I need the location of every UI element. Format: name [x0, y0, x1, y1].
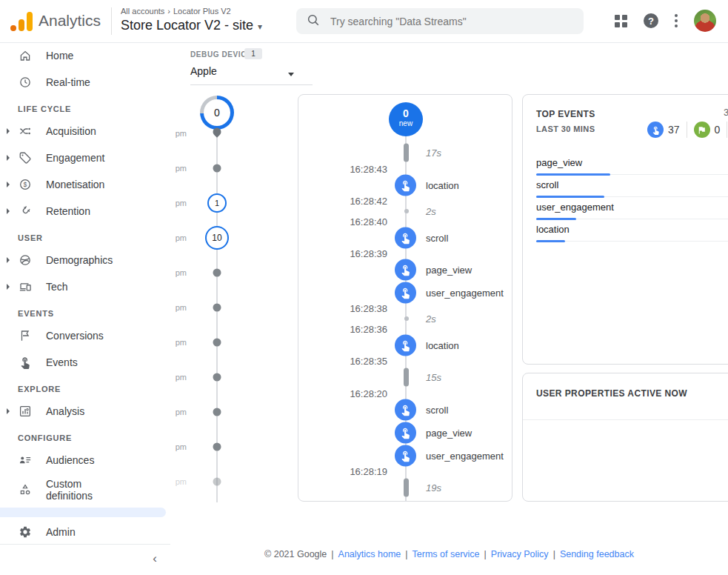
minute-label: pm [169, 303, 187, 312]
sidebar-item-conversions[interactable]: Conversions [0, 322, 170, 349]
debug-device-select[interactable]: Apple [190, 65, 313, 85]
minute-label: pm [169, 233, 187, 242]
minute-row: pm [169, 359, 265, 394]
stream-head-circle[interactable]: 0 new [389, 102, 423, 136]
sidebar-item-debugview-selected[interactable] [0, 508, 166, 517]
page-footer: © 2021 Google|Analytics home|Terms of se… [170, 549, 728, 559]
sidebar-section-user: USER [0, 225, 170, 247]
expand-arrow-icon[interactable] [7, 257, 10, 263]
top-event-row-page-view[interactable]: page_view [536, 153, 728, 175]
panel-divider [523, 419, 728, 420]
top-event-row-location[interactable]: location [536, 219, 728, 242]
sidebar-item-demographics[interactable]: Demographics [0, 247, 170, 273]
minute-count-circle[interactable]: 10 [205, 226, 229, 250]
expand-arrow-icon[interactable] [7, 208, 10, 214]
footer-link-analytics-home[interactable]: Analytics home [338, 549, 401, 559]
avatar[interactable] [694, 10, 716, 32]
stream-event-row[interactable]: location [298, 173, 512, 196]
expand-arrow-icon[interactable] [7, 284, 10, 290]
breadcrumb-part[interactable]: All accounts [121, 7, 164, 16]
minutes-timeline: pmpmpm1pm10pmpmpmpmpmpmpm [169, 116, 265, 502]
sidebar-item-home[interactable]: Home [0, 42, 170, 69]
sidebar-item-audiences[interactable]: Audiences [0, 447, 170, 473]
minute-teardrop-marker[interactable] [211, 126, 223, 138]
minute-dot-marker[interactable] [213, 268, 221, 276]
stream-timestamp-row: 16:28:36 [298, 325, 512, 333]
sidebar-item-tech[interactable]: Tech [0, 273, 170, 300]
sidebar-item-custom-definitions[interactable]: Custom definitions [0, 473, 170, 506]
copyright-text: © 2021 Google [264, 549, 327, 559]
chevron-down-icon: ▾ [258, 21, 262, 32]
gap-dot-marker [404, 316, 409, 321]
sidebar-item-admin[interactable]: Admin [0, 519, 170, 545]
stream-event-row[interactable]: scroll [298, 226, 512, 249]
stream-event-row[interactable]: page_view [298, 421, 512, 444]
property-switcher[interactable]: Store Locator V2 - site▾ [121, 18, 262, 33]
stream-timestamp-row: 16:28:38 [298, 304, 512, 313]
sidebar-item-retention[interactable]: Retention [0, 198, 170, 225]
minute-row: pm [169, 290, 265, 325]
breadcrumb[interactable]: All accounts›Locator Plus V2 [121, 7, 231, 16]
top-event-row-scroll[interactable]: scroll [536, 175, 728, 197]
minute-label: pm [169, 129, 187, 138]
expand-arrow-icon[interactable] [7, 128, 10, 134]
tech-devices-icon [18, 279, 33, 294]
footer-link-terms-of-service[interactable]: Terms of service [413, 549, 480, 559]
stream-event-row[interactable]: user_engagement [298, 444, 512, 467]
gap-capsule-marker [404, 368, 409, 387]
apps-grid-icon[interactable] [615, 15, 627, 27]
stream-gap-row: 15s [298, 365, 512, 389]
minute-dot-marker[interactable] [213, 164, 221, 172]
breadcrumb-part[interactable]: Locator Plus V2 [173, 7, 231, 16]
event-touch-icon [395, 227, 416, 248]
counter-events-count-icon[interactable]: 37 [647, 122, 680, 138]
minute-row: pm [169, 394, 265, 429]
sidebar-item-analysis[interactable]: Analysis [0, 398, 170, 425]
minute-row: pm [169, 150, 265, 185]
monetisation-dollar-icon: $ [18, 177, 33, 192]
minute-dot-marker[interactable] [213, 408, 221, 416]
sidebar-item-monetisation[interactable]: $Monetisation [0, 171, 170, 198]
demographics-globe-icon [18, 253, 33, 267]
minute-label: pm [169, 338, 187, 347]
sidebar-item-engagement[interactable]: Engagement [0, 144, 170, 171]
retention-magnet-icon [18, 204, 33, 219]
stream-timestamp-row: 16:28:00 [298, 499, 512, 502]
minute-row: pm [169, 255, 265, 290]
expand-arrow-icon[interactable] [7, 155, 10, 161]
minute-dot-marker[interactable] [213, 442, 221, 451]
minute-label: pm [169, 164, 187, 173]
minute-dot-marker[interactable] [213, 373, 221, 381]
footer-link-sending-feedback[interactable]: Sending feedback [560, 549, 634, 559]
gap-dot-marker [404, 209, 409, 213]
stream-event-row[interactable]: user_engagement [298, 281, 512, 304]
sidebar-item-events[interactable]: Events [0, 349, 170, 376]
top-event-row-user-engagement[interactable]: user_engagement [536, 197, 728, 219]
event-touch-icon [395, 445, 416, 466]
minute-dot-marker[interactable] [213, 303, 221, 311]
stream-event-row[interactable]: location [298, 333, 512, 356]
minute-dot-marker[interactable] [213, 477, 221, 485]
help-icon[interactable]: ? [644, 13, 658, 28]
minute-dot-marker[interactable] [213, 338, 221, 346]
event-touch-icon [395, 282, 416, 303]
collapse-sidebar-button[interactable]: ‹ [153, 551, 157, 566]
global-search[interactable] [296, 8, 584, 34]
sidebar-item-acquisition[interactable]: Acquisition [0, 118, 170, 144]
expand-arrow-icon[interactable] [7, 408, 10, 414]
minute-count-circle[interactable]: 1 [207, 193, 227, 213]
stream-event-row[interactable]: scroll [298, 398, 512, 421]
top-events-total: 37 [724, 107, 728, 118]
analytics-logo-icon[interactable] [10, 12, 33, 31]
stream-event-row[interactable]: page_view [298, 258, 512, 281]
overflow-menu-icon[interactable] [675, 14, 678, 27]
event-touch-icon [395, 334, 416, 356]
sidebar-footer: ‹ [0, 544, 170, 575]
footer-separator: | [405, 549, 407, 559]
expand-arrow-icon[interactable] [7, 182, 10, 187]
stream-timestamp-row: 16:28:39 [298, 249, 512, 258]
search-input[interactable] [329, 15, 573, 28]
footer-link-privacy-policy[interactable]: Privacy Policy [491, 549, 549, 559]
counter-conversions-count-icon[interactable]: 0 [694, 122, 721, 138]
sidebar-item-real-time[interactable]: Real-time [0, 69, 170, 96]
